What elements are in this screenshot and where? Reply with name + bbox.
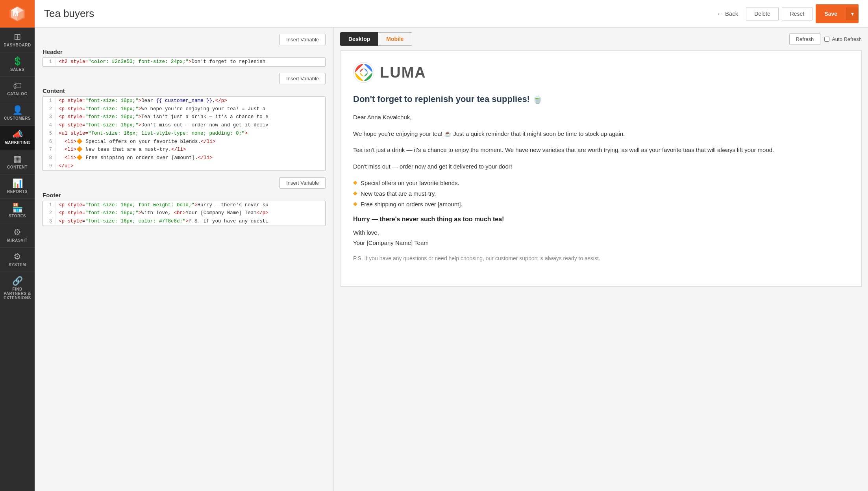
tab-desktop[interactable]: Desktop — [340, 32, 378, 46]
list-item: ◆ Free shipping on orders over [amount]. — [353, 199, 849, 209]
stores-icon: 🏪 — [12, 204, 23, 212]
editor-panel: Insert Variable Header 1 <h2 style="colo… — [35, 28, 334, 491]
diamond-icon: ◆ — [353, 188, 357, 198]
email-footer-bold: Hurry — there's never such thing as too … — [353, 216, 849, 223]
insert-variable-button-footer[interactable]: Insert Variable — [279, 177, 326, 189]
sidebar-item-label: MARKETING — [4, 141, 30, 145]
save-dropdown-button[interactable]: ▾ — [846, 7, 859, 20]
topbar-actions: ← Back Delete Reset Save ▾ — [712, 4, 859, 23]
header-code-editor[interactable]: 1 <h2 style="color: #2c3e50; font-size: … — [43, 57, 326, 67]
luma-logo-svg — [353, 62, 374, 83]
content-section-label: Content — [43, 87, 326, 94]
sidebar-item-label: DASHBOARD — [4, 43, 31, 47]
code-line: 1 <p style="font-size: 16px; font-weight… — [43, 201, 325, 209]
footer-section-label: Footer — [43, 192, 326, 198]
magento-logo[interactable]: M — [0, 0, 35, 28]
code-line: 8 <li>🔶 Free shipping on orders over [am… — [43, 154, 325, 162]
footer-code-editor[interactable]: 1 <p style="font-size: 16px; font-weight… — [43, 201, 326, 226]
insert-variable-button-top[interactable]: Insert Variable — [279, 34, 326, 45]
code-line: 1 <p style="font-size: 16px;">Dear {{ cu… — [43, 97, 325, 105]
refresh-button[interactable]: Refresh — [789, 33, 821, 45]
svg-text:M: M — [13, 10, 19, 18]
sidebar-item-label: FIND PARTNERS & EXTENSIONS — [2, 287, 33, 300]
sidebar-item-label: STORES — [9, 214, 26, 218]
code-line: 1 <h2 style="color: #2c3e50; font-size: … — [43, 58, 325, 66]
page-title: Tea buyers — [44, 7, 712, 20]
luma-brand-name: LUMA — [380, 64, 426, 81]
sales-icon: 💲 — [12, 57, 23, 66]
svg-point-8 — [362, 71, 365, 74]
code-line: 5 <ul style="font-size: 16px; list-style… — [43, 130, 325, 138]
diamond-icon: ◆ — [353, 178, 357, 187]
save-button[interactable]: Save — [816, 7, 846, 20]
sidebar-item-system[interactable]: ⚙ SYSTEM — [0, 247, 35, 272]
auto-refresh-label[interactable]: Auto Refresh — [824, 36, 862, 42]
email-para-3: Don't miss out — order now and get it de… — [353, 161, 849, 172]
code-line: 9 </ul> — [43, 162, 325, 170]
sidebar-item-label: CATALOG — [7, 92, 27, 96]
insert-variable-button-content[interactable]: Insert Variable — [279, 73, 326, 84]
header-section-label: Header — [43, 48, 326, 55]
code-line: 4 <p style="font-size: 16px;">Don't miss… — [43, 121, 325, 130]
code-line: 2 <p style="font-size: 16px;">With love,… — [43, 209, 325, 217]
sidebar-item-customers[interactable]: 👤 CUSTOMERS — [0, 101, 35, 125]
auto-refresh-checkbox[interactable] — [824, 37, 829, 42]
mirasvit-icon: ⚙ — [13, 228, 21, 237]
content-icon: ▦ — [13, 155, 22, 163]
code-line: 6 <li>🔶 Special offers on your favorite … — [43, 138, 325, 146]
find-partners-icon: 🔗 — [12, 277, 23, 285]
sidebar-item-label: SALES — [10, 67, 24, 72]
delete-button[interactable]: Delete — [746, 7, 778, 20]
preview-panel: Desktop Mobile Refresh Auto Refresh — [334, 28, 868, 491]
insert-variable-row-top: Insert Variable — [43, 34, 326, 45]
code-line: 3 <p style="font-size: 16px;">Tea isn't … — [43, 113, 325, 121]
dashboard-icon: ⊞ — [14, 33, 21, 41]
customers-icon: 👤 — [12, 106, 23, 115]
insert-variable-row-footer: Insert Variable — [43, 177, 326, 189]
sidebar-item-marketing[interactable]: 📣 MARKETING — [0, 125, 35, 150]
sidebar-item-find-partners[interactable]: 🔗 FIND PARTNERS & EXTENSIONS — [0, 272, 35, 305]
code-line: 2 <p style="font-size: 16px;">We hope yo… — [43, 105, 325, 113]
insert-variable-row-content: Insert Variable — [43, 73, 326, 84]
tab-mobile[interactable]: Mobile — [378, 32, 412, 46]
back-button[interactable]: ← Back — [712, 8, 743, 19]
back-arrow-icon: ← — [717, 10, 723, 17]
email-list: ◆ Special offers on your favorite blends… — [353, 178, 849, 209]
system-icon: ⚙ — [13, 252, 21, 261]
sidebar-item-mirasvit[interactable]: ⚙ MIRASVIT — [0, 223, 35, 247]
save-button-group: Save ▾ — [816, 4, 859, 23]
sidebar-item-label: CUSTOMERS — [4, 116, 31, 120]
marketing-icon: 📣 — [12, 130, 23, 139]
sidebar-item-catalog[interactable]: 🏷 CATALOG — [0, 76, 35, 101]
sidebar-item-label: CONTENT — [7, 165, 28, 169]
reset-button[interactable]: Reset — [782, 7, 813, 20]
email-ps: P.S. If you have any questions or need h… — [353, 254, 849, 263]
sidebar-item-label: MIRASVIT — [7, 238, 28, 243]
code-line: 3 <p style="font-size: 16px; color: #7f8… — [43, 217, 325, 226]
editor-preview-area: Insert Variable Header 1 <h2 style="colo… — [35, 28, 868, 491]
topbar: Tea buyers ← Back Delete Reset Save ▾ — [35, 0, 868, 28]
preview-toolbar: Desktop Mobile Refresh Auto Refresh — [340, 32, 862, 46]
list-item: ◆ Special offers on your favorite blends… — [353, 178, 849, 188]
diamond-icon: ◆ — [353, 199, 357, 209]
sidebar-item-sales[interactable]: 💲 SALES — [0, 52, 35, 76]
email-logo-area: LUMA — [353, 62, 849, 83]
email-footer-love: With love, Your [Company Name] Team — [353, 228, 849, 248]
code-line: 7 <li>🔶 New teas that are a must-try.</l… — [43, 146, 325, 154]
sidebar-item-dashboard[interactable]: ⊞ DASHBOARD — [0, 28, 35, 52]
sidebar-item-content[interactable]: ▦ CONTENT — [0, 150, 35, 174]
sidebar: M ⊞ DASHBOARD 💲 SALES 🏷 CATALOG 👤 CUSTOM… — [0, 0, 35, 491]
email-para-2: Tea isn't just a drink — it's a chance t… — [353, 145, 849, 155]
main-content: Tea buyers ← Back Delete Reset Save ▾ In… — [35, 0, 868, 491]
reports-icon: 📊 — [12, 179, 23, 188]
content-code-editor[interactable]: 1 <p style="font-size: 16px;">Dear {{ cu… — [43, 96, 326, 171]
catalog-icon: 🏷 — [13, 82, 22, 90]
email-preview: LUMA Don't forget to replenish your tea … — [340, 50, 862, 287]
list-item: ◆ New teas that are a must-try. — [353, 188, 849, 199]
sidebar-item-stores[interactable]: 🏪 STORES — [0, 198, 35, 223]
email-para-1: We hope you're enjoying your tea! ☕ Just… — [353, 129, 849, 139]
sidebar-item-reports[interactable]: 📊 REPORTS — [0, 174, 35, 198]
email-heading: Don't forget to replenish your tea suppl… — [353, 94, 849, 104]
email-greeting: Dear Anna Kovalchuk, — [353, 112, 849, 122]
sidebar-item-label: REPORTS — [7, 189, 28, 194]
